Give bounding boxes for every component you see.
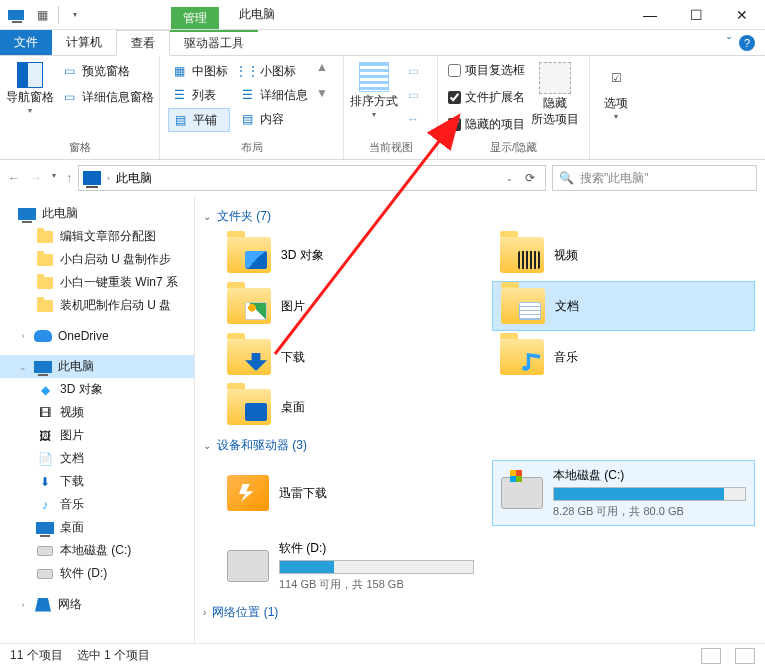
qat-unknown-icon[interactable]: ▦: [30, 3, 54, 27]
ribbon-tabs: 文件 计算机 查看 驱动器工具 ˇ ?: [0, 30, 765, 56]
details-pane-icon: ▭: [60, 88, 78, 106]
layout-tiles[interactable]: ▤平铺: [168, 108, 230, 132]
sort-icon: [359, 62, 389, 92]
crumb-history-dropdown[interactable]: ⌄: [506, 174, 513, 183]
tree-pictures[interactable]: 🖼图片: [0, 424, 194, 447]
drive-d-usage-bar: [279, 560, 474, 574]
tab-driver-tools[interactable]: 驱动器工具: [170, 30, 258, 55]
preview-pane-icon: ▭: [60, 62, 78, 80]
folder-pictures[interactable]: 图片: [219, 281, 482, 331]
window-controls: — ☐ ✕: [627, 0, 765, 29]
folder-desktop[interactable]: 桌面: [219, 383, 482, 431]
section-folders[interactable]: ⌄文件夹 (7): [199, 202, 755, 231]
status-item-count: 11 个项目: [10, 647, 63, 664]
tree-music[interactable]: ♪音乐: [0, 493, 194, 516]
group-currentview-label: 当前视图: [352, 138, 429, 159]
sizecols-button[interactable]: ↔: [402, 108, 424, 130]
drive-xunlei[interactable]: 迅雷下载: [219, 460, 482, 526]
hide-selected-button[interactable]: 隐藏 所选项目: [533, 60, 577, 129]
addcolumn-button[interactable]: ▭: [402, 84, 424, 106]
search-input[interactable]: 🔍 搜索"此电脑": [552, 165, 757, 191]
tab-computer[interactable]: 计算机: [52, 30, 116, 55]
tree-3d-objects[interactable]: ◆3D 对象: [0, 378, 194, 401]
content-icon: ▤: [238, 110, 256, 128]
tree-this-pc[interactable]: ⌄此电脑: [0, 355, 194, 378]
breadcrumb[interactable]: › 此电脑 ⌄ ⟳: [78, 165, 546, 191]
tree-this-pc-quick[interactable]: 此电脑: [0, 202, 194, 225]
group-panes-label: 窗格: [8, 138, 151, 159]
nav-pane-button[interactable]: 导航窗格 ▾: [8, 60, 52, 118]
crumb-this-pc[interactable]: 此电脑: [116, 170, 152, 187]
tree-disk-d[interactable]: 软件 (D:): [0, 562, 194, 585]
tree-downloads[interactable]: ⬇下载: [0, 470, 194, 493]
layout-details[interactable]: ☰详细信息: [236, 84, 310, 106]
qat-dropdown-icon[interactable]: ▾: [63, 3, 87, 27]
content-pane[interactable]: ⌄文件夹 (7) 3D 对象 视频 图片 文档 下载 音乐 桌面 ⌄设备和驱动器…: [195, 196, 765, 643]
tab-file[interactable]: 文件: [0, 30, 52, 55]
tree-folder-item[interactable]: 小白一键重装 Win7 系: [0, 271, 194, 294]
search-icon: 🔍: [559, 171, 574, 185]
minimize-button[interactable]: —: [627, 0, 673, 29]
sort-button[interactable]: 排序方式 ▾: [352, 60, 396, 122]
layout-content[interactable]: ▤内容: [236, 108, 310, 130]
refresh-button[interactable]: ⟳: [519, 171, 541, 185]
drive-c[interactable]: 本地磁盘 (C:) 8.28 GB 可用，共 80.0 GB: [492, 460, 755, 526]
tab-view[interactable]: 查看: [116, 30, 170, 56]
preview-pane-button[interactable]: ▭预览窗格: [58, 60, 156, 82]
tree-videos[interactable]: 🎞视频: [0, 401, 194, 424]
pc-qat-icon[interactable]: [4, 3, 28, 27]
groupby-button[interactable]: ▭: [402, 60, 424, 82]
crumb-root-dropdown[interactable]: ›: [107, 174, 110, 183]
tree-folder-item[interactable]: 装机吧制作启动 U 盘: [0, 294, 194, 317]
address-bar: ← → ▾ ↑ › 此电脑 ⌄ ⟳ 🔍 搜索"此电脑": [0, 160, 765, 196]
layout-medium-icons[interactable]: ▦中图标: [168, 60, 230, 82]
up-button[interactable]: ↑: [66, 171, 72, 185]
folder-downloads[interactable]: 下载: [219, 333, 482, 381]
tree-folder-item[interactable]: 编辑文章部分配图: [0, 225, 194, 248]
tree-disk-c[interactable]: 本地磁盘 (C:): [0, 539, 194, 562]
title-bar: ▦ ▾ 管理 此电脑 — ☐ ✕: [0, 0, 765, 30]
context-tab-manage[interactable]: 管理: [171, 7, 219, 29]
options-button[interactable]: ☑ 选项 ▾: [598, 60, 634, 124]
drive-d-icon: [227, 550, 269, 582]
tree-documents[interactable]: 📄文档: [0, 447, 194, 470]
checkbox-file-extensions[interactable]: 文件扩展名: [446, 87, 527, 108]
status-selected-count: 选中 1 个项目: [77, 647, 150, 664]
details-pane-button[interactable]: ▭详细信息窗格: [58, 86, 156, 108]
tree-network[interactable]: ›网络: [0, 593, 194, 616]
drive-c-usage-bar: [553, 487, 746, 501]
tree-folder-item[interactable]: 小白启动 U 盘制作步: [0, 248, 194, 271]
back-button[interactable]: ←: [8, 171, 20, 185]
maximize-button[interactable]: ☐: [673, 0, 719, 29]
nav-tree[interactable]: 此电脑 编辑文章部分配图 小白启动 U 盘制作步 小白一键重装 Win7 系 装…: [0, 196, 195, 643]
main: 此电脑 编辑文章部分配图 小白启动 U 盘制作步 小白一键重装 Win7 系 装…: [0, 196, 765, 643]
section-network[interactable]: ›网络位置 (1): [199, 598, 755, 627]
view-icons-toggle[interactable]: [735, 648, 755, 664]
checkbox-hidden-items[interactable]: 隐藏的项目: [446, 114, 527, 135]
folder-videos[interactable]: 视频: [492, 231, 755, 279]
view-details-toggle[interactable]: [701, 648, 721, 664]
layout-small-icons[interactable]: ⋮⋮小图标: [236, 60, 310, 82]
drive-c-icon: [501, 477, 543, 509]
forward-button[interactable]: →: [30, 171, 42, 185]
layout-list[interactable]: ☰列表: [168, 84, 230, 106]
drive-d[interactable]: 软件 (D:) 114 GB 可用，共 158 GB: [219, 534, 482, 598]
options-icon: ☑: [600, 62, 632, 94]
xunlei-icon: [227, 475, 269, 511]
group-layout-label: 布局: [168, 138, 335, 159]
small-icons-icon: ⋮⋮: [238, 62, 256, 80]
help-icon[interactable]: ?: [739, 35, 755, 51]
tree-desktop[interactable]: 桌面: [0, 516, 194, 539]
tree-onedrive[interactable]: ›OneDrive: [0, 325, 194, 347]
folder-3d-objects[interactable]: 3D 对象: [219, 231, 482, 279]
folder-documents[interactable]: 文档: [492, 281, 755, 331]
close-button[interactable]: ✕: [719, 0, 765, 29]
section-drives[interactable]: ⌄设备和驱动器 (3): [199, 431, 755, 460]
checkbox-item-checkboxes[interactable]: 项目复选框: [446, 60, 527, 81]
folder-music[interactable]: 音乐: [492, 333, 755, 381]
layout-scroll-up-icon[interactable]: ▲: [316, 60, 328, 74]
ribbon-collapse-icon[interactable]: ˇ: [727, 36, 731, 50]
search-placeholder: 搜索"此电脑": [580, 170, 649, 187]
layout-scroll-down-icon[interactable]: ▼: [316, 86, 328, 100]
recent-dropdown-icon[interactable]: ▾: [52, 171, 56, 185]
